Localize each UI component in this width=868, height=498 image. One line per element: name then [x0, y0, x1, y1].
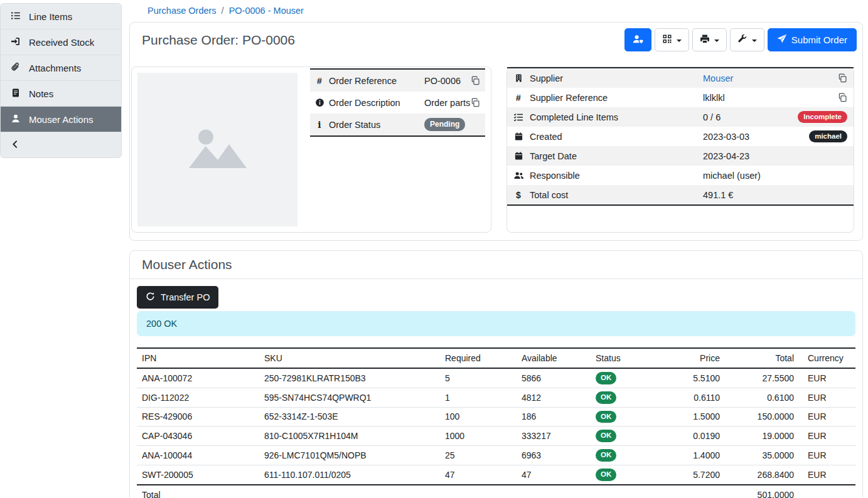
copy-icon[interactable] — [838, 73, 854, 83]
cell-ipn: CAP-043046 — [137, 426, 259, 446]
cell-price: 5.5100 — [661, 368, 725, 388]
cell-status: OK — [591, 446, 661, 465]
user-shield-icon — [632, 34, 644, 46]
detail-label: Created — [530, 132, 703, 142]
breadcrumb-current-link[interactable]: PO-0006 - Mouser — [229, 6, 304, 16]
breadcrumb-separator: / — [222, 6, 224, 16]
cell-sku: 611-110.107.011/0205 — [259, 465, 440, 484]
copy-icon[interactable] — [838, 93, 854, 102]
detail-value: PO-0006 — [424, 76, 471, 86]
sidebar-item-received-stock[interactable]: Received Stock — [1, 29, 121, 55]
cell-total: 35.0000 — [725, 446, 799, 465]
detail-label: Target Date — [530, 151, 703, 161]
detail-badge-wrap: michael — [809, 130, 854, 143]
table-footer-row: Total 501.0000 — [137, 485, 855, 498]
hash-icon: # — [310, 76, 329, 86]
detail-value: Pending — [424, 118, 485, 130]
table-row: ANA-100072 250-72981KLRATR150B3 5 5866 O… — [137, 368, 855, 388]
submit-order-label: Submit Order — [791, 34, 847, 45]
detail-row-completed-line-items: Completed Line Items 0 / 6 Incomplete — [507, 107, 854, 127]
table-row: DIG-112022 595-SN74HCS74QPWRQ1 1 4812 OK… — [137, 388, 855, 407]
detail-row-supplier-reference: # Supplier Reference lklklkl — [507, 88, 854, 107]
column-header-required: Required — [440, 348, 517, 368]
ok-badge: OK — [596, 411, 616, 423]
users-icon — [507, 171, 530, 180]
detail-row-order-reference: # Order Reference PO-0006 — [310, 70, 485, 92]
sidebar-item-line-items[interactable]: Line Items — [1, 4, 121, 29]
supplier-details-table: Supplier Mouser # Supplier Reference lkl… — [507, 67, 854, 206]
cell-required: 25 — [440, 446, 517, 465]
cell-price: 1.5000 — [661, 407, 725, 426]
column-header-total: Total — [725, 348, 799, 368]
cell-available: 5866 — [517, 368, 591, 388]
list-check-icon — [507, 112, 530, 122]
breadcrumb: Purchase Orders / PO-0006 - Mouser — [129, 0, 863, 21]
breadcrumb-purchase-orders-link[interactable]: Purchase Orders — [147, 6, 217, 16]
info-icon: i — [310, 120, 329, 130]
detail-label: Completed Line Items — [530, 112, 703, 122]
caret-down-icon — [714, 40, 719, 42]
image-placeholder-icon — [180, 111, 255, 188]
sidebar-item-mouser-actions[interactable]: Mouser Actions — [1, 107, 121, 132]
sidebar-item-label: Notes — [29, 88, 53, 99]
detail-row-created: Created 2023-03-03 michael — [507, 127, 854, 146]
cell-price: 0.0190 — [661, 426, 725, 446]
cell-status: OK — [591, 426, 661, 446]
detail-label: Responsible — [530, 171, 703, 181]
hash-icon: # — [507, 93, 530, 103]
transfer-po-button[interactable]: Transfer PO — [137, 286, 218, 309]
order-detail-box: # Order Reference PO-0006 Order Descript… — [131, 66, 491, 233]
clipboard-icon — [11, 88, 21, 100]
cell-required: 47 — [440, 465, 517, 484]
sidebar-item-notes[interactable]: Notes — [1, 81, 121, 107]
cell-required: 5 — [440, 368, 517, 388]
cell-status: OK — [591, 368, 661, 388]
cell-ipn: SWT-200005 — [137, 465, 259, 484]
panel-title: Mouser Actions — [130, 251, 862, 279]
header-actions: Submit Order — [624, 28, 857, 51]
supplier-link[interactable]: Mouser — [703, 73, 838, 83]
print-dropdown-button[interactable] — [692, 28, 727, 51]
page-title: Purchase Order: PO-0006 — [142, 33, 295, 48]
cell-sku: 926-LMC7101QM5/NOPB — [259, 446, 440, 465]
ok-badge: OK — [596, 372, 616, 384]
sidebar-item-attachments[interactable]: Attachments — [1, 55, 121, 81]
dollar-icon: $ — [507, 190, 530, 200]
actions-dropdown-button[interactable] — [730, 28, 764, 51]
building-icon — [507, 73, 530, 83]
cell-price: 5.7200 — [661, 465, 725, 484]
ok-badge: OK — [596, 430, 616, 442]
sidebar-item-label: Received Stock — [29, 37, 94, 48]
send-icon — [777, 34, 787, 46]
transfer-po-label: Transfer PO — [161, 292, 210, 302]
submit-order-button[interactable]: Submit Order — [768, 28, 857, 51]
copy-icon[interactable] — [471, 98, 485, 107]
order-image-placeholder — [137, 73, 297, 226]
cell-total: 0.6100 — [725, 388, 799, 407]
ok-badge: OK — [596, 469, 616, 481]
mouser-actions-panel: Mouser Actions Transfer PO 200 OK IPN SK… — [129, 250, 863, 498]
cell-currency: EUR — [799, 446, 855, 465]
status-badge: Pending — [424, 118, 465, 130]
cell-ipn: ANA-100044 — [137, 446, 259, 465]
column-header-currency: Currency — [799, 348, 855, 368]
ok-badge: OK — [596, 449, 616, 462]
column-header-price: Price — [661, 348, 725, 368]
cell-currency: EUR — [799, 465, 855, 484]
order-details-table: # Order Reference PO-0006 Order Descript… — [310, 68, 485, 137]
user-badge: michael — [809, 130, 847, 143]
detail-label: Order Description — [329, 98, 424, 108]
cell-available: 6963 — [517, 446, 591, 465]
detail-value: 2023-03-03 — [703, 132, 809, 142]
info-circle-icon — [310, 98, 329, 107]
table-row: CAP-043046 810-C1005X7R1H104M 1000 33321… — [137, 426, 855, 446]
sidebar-collapse-button[interactable] — [1, 132, 121, 157]
copy-icon[interactable] — [471, 76, 485, 85]
purchase-order-header: Purchase Order: PO-0006 — [130, 23, 862, 57]
cell-status: OK — [591, 465, 661, 484]
user-roles-button[interactable] — [624, 28, 651, 51]
table-header-row: IPN SKU Required Available Status Price … — [137, 348, 855, 368]
ok-badge: OK — [596, 391, 616, 404]
barcode-dropdown-button[interactable] — [655, 28, 689, 51]
chevron-left-icon — [11, 140, 19, 151]
